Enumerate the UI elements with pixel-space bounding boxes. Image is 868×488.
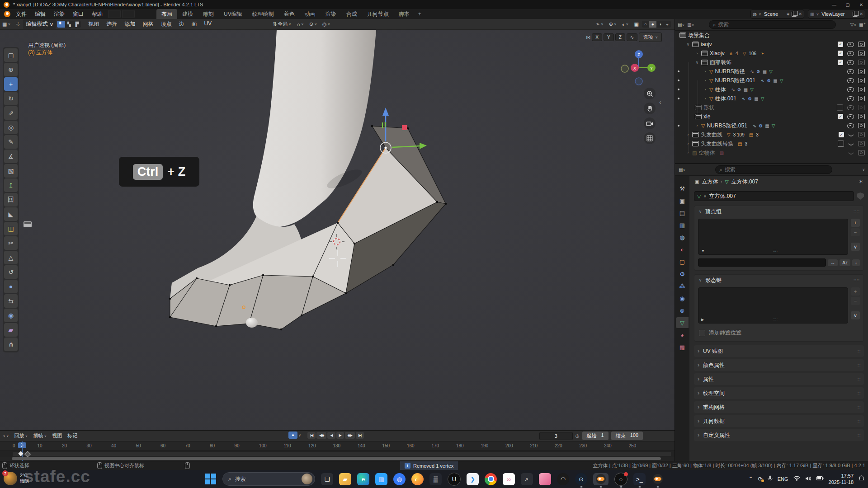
expand-caret[interactable]: ›	[703, 78, 708, 83]
viewport-3d[interactable]: ▢ ⊕ + ↻ ⇗ ◎ ✎ ∡ ▧ ↥ 回 ◣ ◫ ✂ △ ↺ ● ⇆ ◉ ▰ …	[0, 30, 675, 430]
expand-caret[interactable]: ∨	[686, 42, 690, 47]
fake-user-shield-icon[interactable]	[857, 192, 864, 200]
chrome-icon[interactable]	[485, 473, 497, 485]
tab-world[interactable]: ◐	[676, 244, 689, 255]
tool-rotate[interactable]: ↻	[4, 92, 18, 105]
shape-keys-list[interactable]: ▶ ∷∷	[698, 287, 848, 324]
tab-object-data[interactable]: ▽	[676, 317, 689, 328]
add-shape-key-button[interactable]: +	[851, 287, 860, 296]
tab-modifiers[interactable]: ⚙	[676, 268, 689, 279]
remove-viewlayer-icon[interactable]: ✕	[859, 12, 863, 16]
breadcrumb-object[interactable]: 立方体	[702, 178, 718, 186]
tab-texture[interactable]: ▩	[676, 342, 689, 352]
expand-caret[interactable]: ›	[695, 51, 699, 56]
camera-icon[interactable]	[858, 96, 865, 101]
vertex-groups-list[interactable]: ▼ ∷∷	[698, 219, 848, 255]
outliner-row-hair-curves[interactable]: › 头发曲线 ▽3 109 ▤3 ✓	[675, 130, 868, 139]
datablock-name[interactable]: 立方体.007	[709, 192, 736, 200]
camera-icon[interactable]	[858, 60, 865, 65]
tool-edge-slide[interactable]: ⇆	[4, 294, 18, 308]
eye-icon[interactable]	[847, 60, 854, 65]
scene-name[interactable]: Scene	[763, 11, 784, 17]
topbar-menu-3[interactable]: 窗口	[69, 9, 88, 19]
checkbox-icon[interactable]: ✓	[838, 51, 843, 56]
expand-caret[interactable]: ∨	[695, 60, 699, 65]
checkbox-icon[interactable]	[837, 104, 843, 111]
workspace-tab-8[interactable]: 合成	[341, 9, 362, 19]
shading-material-button[interactable]: ◑	[656, 21, 664, 28]
shape-key-specials-menu[interactable]: ∨	[851, 311, 860, 319]
add-rest-position-checkbox[interactable]	[699, 330, 705, 336]
viewport-menu-0[interactable]: 视图	[85, 19, 103, 29]
outliner-display-mode[interactable]: ▤∨	[678, 22, 684, 27]
outliner-search[interactable]: ⌕ 搜索	[709, 20, 836, 29]
use-preview-range-icon[interactable]: ◷	[576, 433, 580, 438]
sort-alpha-button[interactable]: Az	[840, 259, 850, 266]
zoom-icon[interactable]	[644, 88, 656, 99]
minimize-button[interactable]: —	[827, 0, 841, 9]
outliner-row-nurbs-path[interactable]: › ▽ NURBS路径 ∿⚙▦▽	[675, 67, 868, 76]
timeline-key-track[interactable]	[0, 450, 675, 457]
mirror-x-button[interactable]: X	[592, 33, 602, 41]
play-reverse-button[interactable]: ◀	[327, 432, 335, 439]
topbar-menu-0[interactable]: 文件	[12, 9, 31, 19]
view-menu[interactable]: 视图	[50, 432, 64, 440]
outliner-row-empty-object[interactable]: › ▨ 空物体 ▨	[675, 148, 868, 157]
addon-button-2[interactable]	[122, 10, 135, 18]
tool-extrude[interactable]: ↥	[4, 178, 18, 192]
proportional-edit-toggle[interactable]: ⊙∨	[307, 20, 319, 28]
checkbox-icon[interactable]: ✓	[839, 132, 844, 137]
blender-second-icon[interactable]	[651, 473, 664, 485]
timeline-scrollbar[interactable]	[0, 457, 675, 461]
wifi-icon[interactable]	[793, 476, 800, 483]
eye-icon[interactable]	[847, 123, 854, 128]
checkbox-icon[interactable]: ✓	[838, 114, 843, 119]
notification-bell-icon[interactable]	[859, 475, 864, 483]
new-scene-icon[interactable]	[792, 12, 797, 17]
xray-toggle[interactable]: ▣	[632, 20, 641, 28]
steam-icon[interactable]: ⊙	[575, 473, 587, 485]
properties-editor-type-button[interactable]: ▤∨	[679, 167, 685, 172]
viewport-menu-7[interactable]: UV	[200, 19, 215, 29]
blender-active-icon[interactable]	[593, 473, 609, 485]
tool-smooth[interactable]: ●	[4, 280, 18, 293]
eye-closed-icon[interactable]	[848, 151, 854, 155]
keying-menu[interactable]: 插帧∨	[31, 432, 49, 440]
search-tool-icon[interactable]: ⌕	[521, 473, 533, 485]
playback-menu[interactable]: 回放∨	[12, 432, 30, 440]
eye-icon[interactable]	[847, 87, 854, 92]
camera-icon[interactable]	[858, 114, 865, 119]
expand-caret[interactable]: ›	[703, 96, 708, 101]
microphone-icon[interactable]	[768, 475, 773, 483]
tool-bevel[interactable]: ◣	[4, 207, 18, 221]
properties-section-6[interactable]: 自定义属性	[694, 429, 864, 441]
tab-view-layer[interactable]: ▥	[676, 220, 689, 230]
maximize-button[interactable]: ▢	[841, 0, 854, 9]
add-workspace-button[interactable]: +	[415, 9, 425, 19]
task-view-icon[interactable]: ❏	[321, 473, 333, 485]
microsoft-store-icon[interactable]: ▥	[375, 473, 387, 485]
camera-icon[interactable]	[858, 123, 865, 128]
tab-physics[interactable]: ◉	[676, 293, 689, 304]
language-indicator[interactable]: ENG	[778, 476, 788, 482]
outliner-row-hair-curves-convert[interactable]: › 头发曲线转换 ▤3	[675, 139, 868, 148]
marker-menu[interactable]: 标记	[65, 432, 80, 440]
expand-caret[interactable]: ›	[686, 141, 690, 146]
tool-annotate[interactable]: ✎	[4, 135, 18, 149]
pin-id-icon[interactable]: ✶	[859, 178, 863, 185]
workspace-tab-0[interactable]: 布局	[156, 9, 177, 19]
properties-search[interactable]: ⌕ 搜索	[715, 165, 832, 174]
camera-icon[interactable]	[858, 87, 865, 92]
game-launcher-icon[interactable]: ▒	[429, 473, 442, 485]
obs-icon[interactable]: ◌	[614, 473, 627, 486]
eye-icon[interactable]	[847, 114, 854, 119]
tab-object[interactable]: ▢	[676, 256, 689, 267]
outliner-row-iaojv[interactable]: ∨ iaojv ✓	[675, 40, 868, 49]
tool-shrink-fatten[interactable]: ◉	[4, 309, 18, 322]
clock-widget[interactable]: 17:57 2025-11-18	[829, 473, 854, 486]
timeline-editor-type-button[interactable]: ◔∨	[0, 432, 11, 440]
eye-icon[interactable]	[847, 105, 854, 110]
workspace-tab-2[interactable]: 雕刻	[198, 9, 219, 19]
scene-selector[interactable]: ◍∨ Scene ✶ ✕	[750, 9, 804, 19]
edge-browser-icon[interactable]: e	[357, 473, 369, 485]
